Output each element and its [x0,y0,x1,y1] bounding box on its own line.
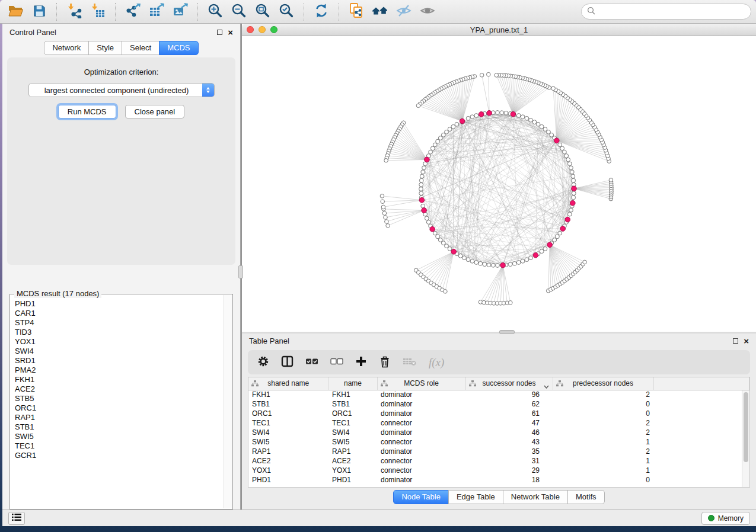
table-cell[interactable]: 2 [553,447,653,456]
list-item[interactable]: TEC1 [11,441,224,451]
table-cell[interactable]: ORC1 [248,409,328,418]
splitter-grip[interactable] [499,330,515,334]
list-item[interactable]: GCR1 [11,451,224,460]
first-neighbors-button[interactable] [369,2,391,21]
float-panel-icon[interactable] [733,338,738,344]
trash-icon[interactable] [379,355,391,370]
table-cell[interactable]: connector [377,466,465,475]
table-row[interactable]: TEC1TEC1connector472 [248,418,749,428]
table-cell[interactable] [653,456,749,466]
table-cell[interactable]: dominator [377,399,465,409]
table-cell[interactable]: TEC1 [248,418,328,428]
deselect-all-icon[interactable] [330,357,343,367]
scrollbar-thumb[interactable] [744,392,748,462]
list-item[interactable]: CAR1 [11,309,224,318]
table-cell[interactable]: connector [377,437,465,447]
zoom-fit-button[interactable] [252,2,273,21]
table-cell[interactable]: FKH1 [328,390,377,399]
table-cell[interactable]: 2 [553,428,653,437]
table-scrollbar[interactable] [742,390,749,487]
run-mcds-button[interactable]: Run MCDS [58,105,116,118]
tab-style[interactable]: Style [88,41,122,55]
task-list-button[interactable] [8,512,25,525]
horizontal-splitter[interactable] [241,332,756,334]
vertical-splitter[interactable] [240,24,241,509]
list-item[interactable]: FKH1 [11,375,224,384]
table-cell[interactable] [653,409,749,418]
import-network-button[interactable] [63,2,85,21]
list-item[interactable]: YOX1 [11,337,224,347]
table-cell[interactable]: connector [377,456,465,466]
result-scrollbar[interactable] [224,295,232,508]
table-cell[interactable] [653,447,749,456]
list-item[interactable]: PMA2 [11,366,224,375]
table-cell[interactable]: 61 [465,409,553,418]
table-cell[interactable]: 2 [553,390,653,399]
table-cell[interactable]: STB1 [328,399,377,409]
optimization-select[interactable]: largest connected component (undirected) [28,83,215,97]
table-cell[interactable] [653,475,749,485]
table-cell[interactable]: PHD1 [248,475,328,485]
table-cell[interactable]: 0 [553,399,653,409]
table-cell[interactable]: STB1 [248,399,328,409]
tab-mcds[interactable]: MCDS [159,41,198,55]
tab-network[interactable]: Network [44,41,89,55]
table-cell[interactable]: 96 [465,390,553,399]
tab-node-table[interactable]: Node Table [393,490,449,504]
table-cell[interactable] [653,390,749,399]
list-item[interactable]: TID3 [11,328,224,337]
list-item[interactable]: SRD1 [11,356,224,366]
export-image-button[interactable] [170,2,191,21]
table-row[interactable]: ORC1ORC1dominator610 [248,409,749,418]
network-canvas[interactable] [242,36,756,332]
zoom-in-button[interactable] [205,2,226,21]
table-cell[interactable]: 47 [465,418,553,428]
table-cell[interactable]: SWI5 [328,437,377,447]
list-item[interactable]: SWI5 [11,432,224,441]
table-cell[interactable]: RAP1 [328,447,377,456]
tab-select[interactable]: Select [122,41,160,55]
table-cell[interactable] [653,437,749,447]
table-cell[interactable] [653,399,749,409]
search-input[interactable] [599,7,745,16]
table-cell[interactable]: 2 [553,418,653,428]
table-cell[interactable] [653,466,749,475]
select-all-icon[interactable] [305,357,318,367]
function-builder-icon[interactable]: f(x) [429,356,444,369]
table-cell[interactable]: dominator [377,390,465,399]
table-row[interactable]: SWI5SWI5connector431 [248,437,749,447]
export-network-button[interactable] [122,2,143,21]
table-cell[interactable]: SWI5 [248,437,328,447]
table-cell[interactable]: dominator [377,409,465,418]
table-cell[interactable] [653,428,749,437]
table-cell[interactable]: 35 [465,447,553,456]
column-header-predecessor-nodes[interactable]: predecessor nodes [553,377,653,390]
table-row[interactable]: YOX1YOX1connector291 [248,466,749,475]
table-cell[interactable] [653,418,749,428]
column-header-MCDS-role[interactable]: MCDS role [377,377,465,390]
refresh-button[interactable] [311,2,332,21]
show-columns-icon[interactable] [281,355,294,369]
table-cell[interactable]: ACE2 [328,456,377,466]
column-header-successor-nodes[interactable]: successor nodes [465,377,553,390]
open-file-button[interactable] [5,2,26,21]
table-cell[interactable]: RAP1 [248,447,328,456]
table-row[interactable]: STB1STB1dominator620 [248,399,749,409]
table-cell[interactable]: PHD1 [328,475,377,485]
column-header-shared-name[interactable]: shared name [248,377,328,390]
tab-edge-table[interactable]: Edge Table [448,490,503,504]
import-table-button[interactable] [87,2,109,21]
gear-icon[interactable] [257,355,269,369]
table-cell[interactable]: SWI4 [248,428,328,437]
network-graph[interactable] [242,36,755,330]
table-cell[interactable]: FKH1 [248,390,328,399]
table-cell[interactable]: dominator [377,475,465,485]
table-row[interactable]: SWI4SWI4dominator462 [248,428,749,437]
hide-selected-button[interactable] [393,2,414,21]
splitter-grip[interactable] [238,265,243,278]
list-item[interactable]: ORC1 [11,403,224,413]
list-item[interactable]: RAP1 [11,413,224,422]
table-cell[interactable]: YOX1 [248,466,328,475]
table-cell[interactable]: 43 [465,437,553,447]
table-cell[interactable]: 31 [465,456,553,466]
